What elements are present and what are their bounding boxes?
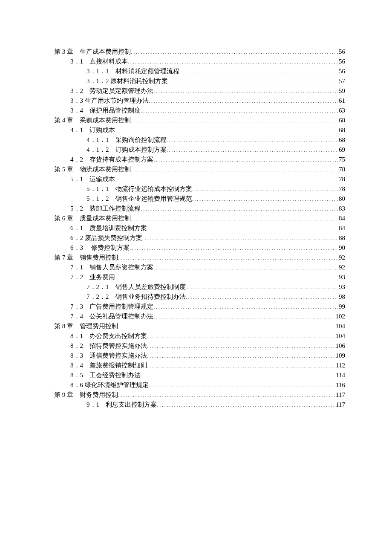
toc-entry-label: 9．1 利息支出控制方案: [86, 400, 157, 410]
toc-entry-page: 88: [338, 233, 345, 243]
toc-leader-dots: [153, 87, 338, 93]
toc-entry-page: 93: [338, 272, 345, 282]
toc-entry-page: 56: [338, 66, 345, 76]
toc-leader-dots: [118, 253, 338, 260]
toc-entry-page: 117: [335, 390, 345, 400]
toc-entry: 3．1．2 原材料消耗控制方案57: [54, 76, 345, 86]
toc-leader-dots: [141, 371, 335, 377]
toc-entry-label: 3．1．1 材料消耗定额管理流程: [86, 66, 179, 76]
toc-entry: 8．6 绿化环境维护管理规定116: [54, 380, 345, 390]
toc-entry: 3．4 保护用品管控制度63: [54, 106, 345, 116]
toc-entry-page: 117: [335, 400, 345, 410]
toc-entry-label: 3．1 直接材料成本: [70, 57, 128, 66]
toc-entry-label: 7．2．1 销售人员差旅费控制制度: [86, 282, 186, 292]
toc-entry-label: 4．1．2 订购成本控制方案: [86, 145, 167, 155]
toc-entry: 5．2 装卸工作控制流程83: [54, 204, 345, 214]
toc-entry-label: 第 9 章 财务费用控制: [54, 390, 118, 400]
toc-leader-dots: [141, 204, 338, 211]
toc-entry-page: 98: [338, 292, 345, 302]
toc-entry-page: 68: [338, 135, 345, 145]
toc-leader-dots: [141, 106, 338, 113]
toc-leader-dots: [115, 273, 338, 279]
toc-entry-page: 92: [338, 253, 345, 263]
toc-entry: 5．1．2 销售企业运输费用管理规范80: [54, 194, 345, 204]
toc-entry: 3．1．1 材料消耗定额管理流程56: [54, 66, 345, 76]
toc-leader-dots: [153, 263, 338, 269]
toc-entry: 9．1 利息支出控制方案117: [54, 400, 345, 410]
toc-entry-label: 4．2 存货持有成本控制方案: [70, 155, 153, 165]
toc-entry-label: 第 8 章 管理费用控制: [54, 321, 118, 331]
toc-entry-page: 56: [338, 47, 345, 57]
toc-leader-dots: [128, 57, 338, 64]
toc-entry: 8．4 差旅费报销控制细则112: [54, 361, 345, 370]
toc-leader-dots: [131, 165, 338, 171]
toc-leader-dots: [142, 234, 338, 240]
toc-entry-label: 6．1 质量培训费控制方案: [70, 223, 147, 233]
toc-entry-page: 78: [338, 165, 345, 174]
toc-entry-page: 104: [335, 331, 346, 341]
toc-entry-label: 8．6 绿化环境维护管理规定: [70, 380, 149, 390]
toc-entry: 3．2 劳动定员定额管理办法59: [54, 86, 345, 96]
toc-entry: 8．5 工会经费控制办法114: [54, 370, 345, 380]
toc-entry-label: 第 7 章 销售费用控制: [54, 253, 118, 263]
toc-entry: 8．2 招待费管控实施办法106: [54, 341, 345, 351]
toc-entry: 第 6 章 质量成本费用控制84: [54, 214, 345, 223]
toc-leader-dots: [153, 155, 338, 162]
toc-entry-label: 3．2 劳动定员定额管理办法: [70, 86, 153, 96]
toc-entry: 8．1 办公费支出控制方案104: [54, 331, 345, 341]
toc-leader-dots: [131, 47, 338, 54]
toc-leader-dots: [147, 341, 335, 348]
toc-entry-page: 93: [338, 282, 345, 292]
toc-entry-page: 92: [338, 263, 345, 272]
toc-entry: 7．4 公关礼品管理控制办法102: [54, 312, 345, 321]
toc-leader-dots: [131, 116, 338, 122]
toc-entry: 第 8 章 管理费用控制104: [54, 321, 345, 331]
toc-leader-dots: [147, 332, 335, 338]
toc-entry-label: 3．4 保护用品管控制度: [70, 106, 141, 116]
toc-entry-label: 第 6 章 质量成本费用控制: [54, 214, 131, 223]
toc-entry-label: 8．1 办公费支出控制方案: [70, 331, 147, 341]
toc-entry-label: 5．1．2 销售企业运输费用管理规范: [86, 194, 192, 204]
toc-entry: 4．1．1 采购询价控制流程68: [54, 135, 345, 145]
toc-entry-label: 8．3 通信费管控实施办法: [70, 351, 147, 361]
toc-entry: 第 4 章 采购成本费用控制68: [54, 116, 345, 125]
toc-entry-page: 80: [338, 194, 345, 204]
toc-entry-page: 59: [338, 86, 345, 96]
toc-entry-page: 90: [338, 243, 345, 253]
toc-entry-page: 114: [335, 370, 345, 380]
toc-entry: 7．2 业务费用93: [54, 272, 345, 282]
toc-leader-dots: [167, 145, 338, 152]
toc-leader-dots: [147, 351, 335, 358]
toc-entry: 第 9 章 财务费用控制117: [54, 390, 345, 400]
toc-entry-label: 7．1 销售人员薪资控制方案: [70, 263, 153, 272]
toc-entry-page: 63: [338, 106, 345, 116]
toc-entry: 第 5 章 物流成本费用控制78: [54, 165, 345, 174]
toc-entry-label: 8．2 招待费管控实施办法: [70, 341, 147, 351]
toc-entry-label: 8．5 工会经费控制办法: [70, 370, 141, 380]
toc-entry: 5．1．1 物流行业运输成本控制方案78: [54, 184, 345, 194]
toc-entry-label: 7．4 公关礼品管理控制办法: [70, 312, 153, 321]
toc-entry-label: 第 3 章 生产成本费用控制: [54, 47, 131, 57]
toc-leader-dots: [167, 136, 338, 142]
toc-leader-dots: [153, 302, 338, 309]
toc-leader-dots: [186, 283, 338, 289]
toc-leader-dots: [149, 381, 335, 387]
toc-leader-dots: [131, 214, 338, 220]
toc-entry-label: 5．2 装卸工作控制流程: [70, 204, 141, 214]
toc-leader-dots: [130, 243, 338, 250]
toc-entry-page: 69: [338, 145, 345, 155]
toc-entry-page: 112: [335, 361, 345, 370]
toc-entry-page: 57: [338, 76, 345, 86]
toc-entry-page: 109: [335, 351, 346, 361]
toc-entry-label: 3．1．2 原材料消耗控制方案: [86, 76, 168, 86]
toc-entry: 第 3 章 生产成本费用控制56: [54, 47, 345, 57]
toc-leader-dots: [115, 126, 338, 132]
toc-entry: 7．3 广告费用控制管理规定99: [54, 302, 345, 312]
toc-entry-label: 4．1 订购成本: [70, 125, 115, 135]
toc-entry-page: 99: [338, 302, 345, 312]
toc-entry-label: 6．2 废品损失费控制方案: [70, 233, 142, 243]
toc-entry-page: 106: [335, 341, 346, 351]
toc-entry-page: 102: [335, 312, 346, 321]
toc-leader-dots: [115, 175, 338, 181]
toc-leader-dots: [147, 224, 338, 230]
